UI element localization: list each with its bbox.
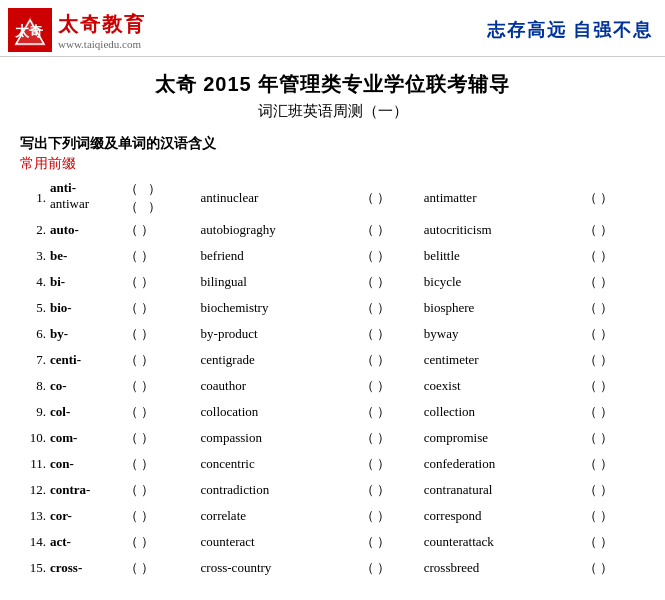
row-number: 12. — [20, 477, 48, 503]
prefix: cor- — [48, 503, 123, 529]
word2: collection — [422, 399, 582, 425]
row-number: 1. — [20, 179, 48, 217]
word2-paren: （ ） — [582, 555, 645, 581]
word2: coexist — [422, 373, 582, 399]
prefix-paren: （ ） — [123, 347, 199, 373]
word2-paren: （ ） — [582, 399, 645, 425]
prefix-paren: （ ） — [123, 425, 199, 451]
sub-title: 词汇班英语周测（一） — [0, 102, 665, 121]
word1-paren: （ ） — [359, 243, 422, 269]
word2: compromise — [422, 425, 582, 451]
word1-paren: （ ） — [359, 503, 422, 529]
prefix-paren: （ ） — [123, 243, 199, 269]
word1: biochemistry — [199, 295, 359, 321]
word2-paren: （ ） — [582, 295, 645, 321]
word2-paren: （ ） — [582, 477, 645, 503]
table-row: 2.auto-（ ）autobiograghy（ ）autocriticism（… — [20, 217, 645, 243]
logo-url: www.taiqiedu.com — [58, 38, 146, 50]
main-title: 太奇 2015 年管理类专业学位联考辅导 — [0, 71, 665, 98]
prefix-paren: （ ） — [123, 295, 199, 321]
section-instruction: 写出下列词缀及单词的汉语含义 — [20, 135, 645, 153]
table-row: 7.centi-（ ）centigrade（ ）centimeter（ ） — [20, 347, 645, 373]
word1-paren: （ ） — [359, 399, 422, 425]
prefix: bio- — [48, 295, 123, 321]
word2-paren: （ ） — [582, 529, 645, 555]
word1-paren: （ ） — [359, 425, 422, 451]
row-number: 11. — [20, 451, 48, 477]
prefix: col- — [48, 399, 123, 425]
prefix-paren: （ ） — [123, 529, 199, 555]
prefix: co- — [48, 373, 123, 399]
row-number: 8. — [20, 373, 48, 399]
word2: correspond — [422, 503, 582, 529]
svg-text:太奇: 太奇 — [14, 23, 44, 39]
word1-paren: （ ） — [359, 477, 422, 503]
prefix: centi- — [48, 347, 123, 373]
prefix: act- — [48, 529, 123, 555]
word1: by-product — [199, 321, 359, 347]
word1-paren: （ ） — [359, 451, 422, 477]
word1: antinuclear — [199, 179, 359, 217]
word2: bicycle — [422, 269, 582, 295]
word2-paren: （ ） — [582, 179, 645, 217]
word1: contradiction — [199, 477, 359, 503]
word2-paren: （ ） — [582, 321, 645, 347]
table-row: 9.col-（ ）collocation（ ）collection（ ） — [20, 399, 645, 425]
prefix-paren: （ ） — [123, 451, 199, 477]
logo-name: 太奇教育 — [58, 11, 146, 38]
table-row: 3.be-（ ）befriend（ ）belittle（ ） — [20, 243, 645, 269]
table-row: 8.co-（ ）coauthor（ ）coexist（ ） — [20, 373, 645, 399]
word1: concentric — [199, 451, 359, 477]
table-row: 1.anti-antiwar（ ）（ ）antinuclear（ ）antima… — [20, 179, 645, 217]
prefix-paren: （ ） — [123, 269, 199, 295]
word1-paren: （ ） — [359, 217, 422, 243]
prefix-paren: （ ） — [123, 373, 199, 399]
word1: coauthor — [199, 373, 359, 399]
prefix: auto- — [48, 217, 123, 243]
slogan: 志存高远 自强不息 — [487, 18, 654, 42]
word1: centigrade — [199, 347, 359, 373]
prefix-paren: （ ） — [123, 477, 199, 503]
row-number: 7. — [20, 347, 48, 373]
prefix-paren: （ ） — [123, 321, 199, 347]
word1-paren: （ ） — [359, 555, 422, 581]
word2: belittle — [422, 243, 582, 269]
row-number: 13. — [20, 503, 48, 529]
prefix: cross- — [48, 555, 123, 581]
word1-paren: （ ） — [359, 321, 422, 347]
word2: confederation — [422, 451, 582, 477]
row-number: 15. — [20, 555, 48, 581]
row-number: 9. — [20, 399, 48, 425]
table-row: 4.bi-（ ）bilingual（ ）bicycle（ ） — [20, 269, 645, 295]
prefix: com- — [48, 425, 123, 451]
logo-text-area: 太奇教育 www.taiqiedu.com — [58, 11, 146, 50]
word2-paren: （ ） — [582, 373, 645, 399]
word1: collocation — [199, 399, 359, 425]
word1-paren: （ ） — [359, 179, 422, 217]
header: 太奇 太奇教育 www.taiqiedu.com 志存高远 自强不息 — [0, 0, 665, 57]
word1: autobiograghy — [199, 217, 359, 243]
word1: correlate — [199, 503, 359, 529]
prefix: by- — [48, 321, 123, 347]
word2: biosphere — [422, 295, 582, 321]
word2: crossbreed — [422, 555, 582, 581]
prefix-paren: （ ） — [123, 503, 199, 529]
word2: autocriticism — [422, 217, 582, 243]
table-row: 13.cor-（ ）correlate（ ）correspond（ ） — [20, 503, 645, 529]
row-number: 4. — [20, 269, 48, 295]
word1-paren: （ ） — [359, 373, 422, 399]
row-number: 3. — [20, 243, 48, 269]
word2-paren: （ ） — [582, 425, 645, 451]
logo-area: 太奇 太奇教育 www.taiqiedu.com — [8, 8, 146, 52]
word1-paren: （ ） — [359, 347, 422, 373]
word2-paren: （ ） — [582, 451, 645, 477]
table-row: 12.contra-（ ）contradiction（ ）contranatur… — [20, 477, 645, 503]
row-number: 2. — [20, 217, 48, 243]
table-row: 14.act-（ ）counteract（ ）counterattack（ ） — [20, 529, 645, 555]
prefix: contra- — [48, 477, 123, 503]
table-row: 15.cross-（ ）cross-country（ ）crossbreed（ … — [20, 555, 645, 581]
prefix-paren: （ ）（ ） — [123, 179, 199, 217]
word2: contranatural — [422, 477, 582, 503]
word1: bilingual — [199, 269, 359, 295]
prefix: anti-antiwar — [48, 179, 123, 217]
